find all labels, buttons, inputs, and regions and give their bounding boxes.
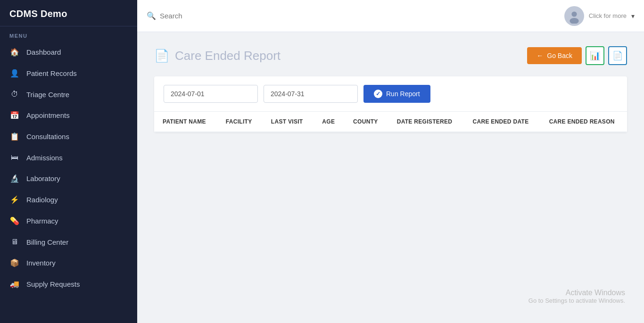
export-csv-button[interactable]: 📄 — [608, 46, 627, 65]
sidebar-item-admissions[interactable]: 🛏 Admissions — [0, 147, 137, 168]
sidebar-item-laboratory[interactable]: 🔬 Laboratory — [0, 168, 137, 189]
col-date-registered: DATE REGISTERED — [388, 112, 464, 132]
triage-icon: ⏱ — [9, 90, 20, 99]
go-back-button[interactable]: ← Go Back — [527, 47, 582, 64]
col-age: AGE — [314, 112, 345, 132]
report-icon: 📄 — [154, 49, 169, 63]
sidebar-item-label: Pharmacy — [26, 217, 58, 225]
run-report-label: Run Report — [386, 90, 420, 98]
radiology-icon: ⚡ — [9, 195, 20, 204]
laboratory-icon: 🔬 — [9, 174, 20, 183]
excel-icon: 📊 — [590, 50, 600, 61]
content-area: 📄 Care Ended Report ← Go Back 📊 📄 — [137, 32, 644, 323]
search-wrapper: 🔍 — [147, 11, 560, 20]
svg-point-1 — [571, 11, 577, 17]
user-section[interactable]: Click for more ▾ — [564, 6, 635, 26]
date-from-input[interactable] — [164, 85, 258, 103]
date-to-input[interactable] — [264, 85, 358, 103]
sidebar-item-label: Admissions — [26, 154, 63, 162]
col-care-ended-reason: CARE ENDED REASON — [541, 112, 627, 132]
sidebar-item-label: Supply Requests — [26, 280, 80, 288]
sidebar-item-supply-requests[interactable]: 🚚 Supply Requests — [0, 273, 137, 295]
sidebar-item-label: Appointments — [26, 111, 70, 119]
sidebar-item-patient-records[interactable]: 👤 Patient Records — [0, 63, 137, 84]
sidebar-item-inventory[interactable]: 📦 Inventory — [0, 252, 137, 273]
sidebar-item-consultations[interactable]: 📋 Consultations — [0, 126, 137, 147]
avatar — [564, 6, 584, 26]
page-title-section: 📄 Care Ended Report — [154, 49, 281, 63]
sidebar-item-label: Patient Records — [26, 69, 77, 77]
search-icon: 🔍 — [147, 11, 156, 20]
arrow-left-icon: ← — [537, 52, 543, 59]
appointments-icon: 📅 — [9, 111, 20, 120]
sidebar-item-label: Dashboard — [26, 48, 61, 56]
go-back-label: Go Back — [547, 52, 572, 59]
sidebar-item-radiology[interactable]: ⚡ Radiology — [0, 189, 137, 210]
inventory-icon: 📦 — [9, 258, 20, 267]
menu-label: MENU — [0, 26, 137, 41]
col-last-visit: LAST VISIT — [263, 112, 314, 132]
sidebar-item-appointments[interactable]: 📅 Appointments — [0, 105, 137, 126]
dropdown-arrow-icon: ▾ — [631, 12, 635, 20]
sidebar-item-label: Billing Center — [26, 238, 68, 246]
export-excel-button[interactable]: 📊 — [586, 46, 604, 65]
filter-row: ✓ Run Report — [154, 76, 627, 112]
col-county: COUNTY — [345, 112, 388, 132]
patient-records-icon: 👤 — [9, 69, 20, 78]
col-facility: FACILITY — [217, 112, 263, 132]
report-table: PATIENT NAME FACILITY LAST VISIT AGE COU… — [154, 112, 627, 133]
pharmacy-icon: 💊 — [9, 216, 20, 225]
col-patient-name: PATIENT NAME — [154, 112, 217, 132]
sidebar-item-label: Radiology — [26, 196, 58, 204]
search-input[interactable] — [160, 12, 301, 20]
dashboard-icon: 🏠 — [9, 48, 20, 57]
sidebar-item-dashboard[interactable]: 🏠 Dashboard — [0, 41, 137, 63]
page-title: Care Ended Report — [175, 49, 281, 63]
activate-windows-subtitle: Go to Settings to activate Windows. — [528, 297, 625, 304]
sidebar-item-label: Triage Centre — [26, 91, 69, 99]
activate-windows-title: Activate Windows — [528, 289, 625, 297]
report-card: ✓ Run Report PATIENT NAME FACILITY LAST … — [154, 76, 627, 133]
sidebar-item-pharmacy[interactable]: 💊 Pharmacy — [0, 210, 137, 232]
table-header: PATIENT NAME FACILITY LAST VISIT AGE COU… — [154, 112, 627, 132]
csv-icon: 📄 — [612, 50, 623, 61]
admissions-icon: 🛏 — [9, 153, 20, 162]
sidebar-item-label: Inventory — [26, 259, 56, 267]
sidebar-item-billing-center[interactable]: 🖥 Billing Center — [0, 232, 137, 252]
topbar: 🔍 Click for more ▾ — [137, 0, 644, 32]
sidebar: CDMS Demo MENU 🏠 Dashboard 👤 Patient Rec… — [0, 0, 137, 323]
app-title: CDMS Demo — [0, 0, 137, 26]
consultations-icon: 📋 — [9, 132, 20, 141]
supply-icon: 🚚 — [9, 280, 20, 289]
run-report-button[interactable]: ✓ Run Report — [363, 85, 430, 103]
sidebar-item-label: Laboratory — [26, 174, 60, 182]
header-actions: ← Go Back 📊 📄 — [527, 46, 627, 65]
sidebar-item-label: Consultations — [26, 133, 69, 141]
sidebar-item-triage-centre[interactable]: ⏱ Triage Centre — [0, 84, 137, 105]
col-care-ended-date: CARE ENDED DATE — [464, 112, 540, 132]
click-for-more-label: Click for more — [589, 12, 627, 19]
billing-icon: 🖥 — [9, 238, 20, 246]
table-header-row: PATIENT NAME FACILITY LAST VISIT AGE COU… — [154, 112, 627, 132]
main-area: 🔍 Click for more ▾ 📄 Care Ended Report — [137, 0, 644, 323]
checkmark-icon: ✓ — [374, 90, 382, 98]
page-header: 📄 Care Ended Report ← Go Back 📊 📄 — [154, 46, 627, 65]
activate-windows-watermark: Activate Windows Go to Settings to activ… — [528, 289, 625, 304]
